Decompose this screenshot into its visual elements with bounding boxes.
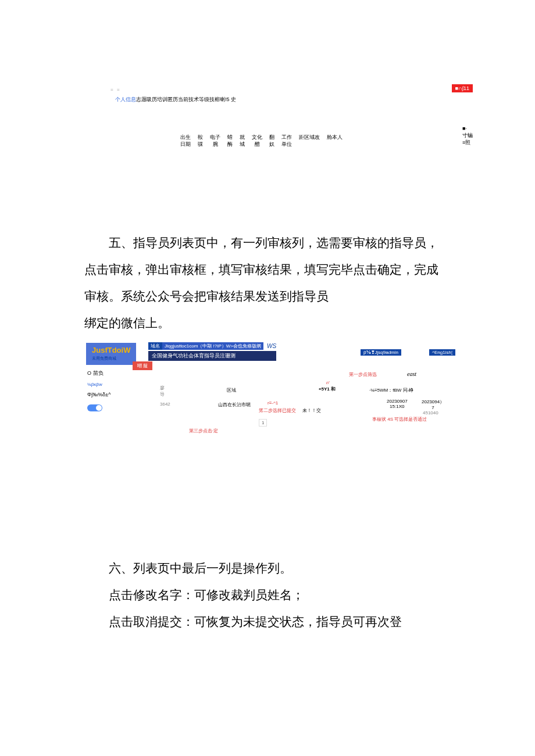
col-4: 就 城 <box>240 134 245 148</box>
step2-note: 笫二步选择已提交 <box>259 407 296 414</box>
sidebar-item-3[interactable]: Φj‰%δ±^ <box>87 392 152 397</box>
step1-note: 第一步点筛选 <box>349 371 377 378</box>
domain-tag: 域名 <box>148 342 162 350</box>
not-submitted: 未！！交 <box>302 407 321 414</box>
p5-line1: 五、指导员列表页中，有一列审核列，选需要审核的指导员， <box>84 230 451 256</box>
col-birthdate: 出生 日期 <box>180 134 191 148</box>
r-red-2: r≡-^1 <box>268 400 278 406</box>
region-header: 区域 <box>227 387 236 393</box>
top-red-button[interactable]: ■∩∫11 <box>452 84 473 92</box>
section-6-text: 六、列表页中最后一列是操作列。 点击修改名字：可修改裁判员姓名； 点击取消提交：… <box>84 555 451 635</box>
col-1: 鞍 骒 <box>198 134 203 148</box>
p6-line2: 点击修改名字：可修改裁判员姓名； <box>84 582 451 608</box>
col-edu: 文化 醴 <box>252 134 262 148</box>
date2: 2023094） 7 <box>422 399 444 410</box>
refresh-button[interactable]: 嘲 菔 <box>133 361 152 370</box>
date1: 20230907 15:1X0 <box>387 399 408 409</box>
col-region: 距区域改 <box>299 134 320 148</box>
cell-number-header: 廖 导 <box>160 385 165 397</box>
date2b: 451040 <box>423 410 438 415</box>
p6-line3: 点击取消提交：可恢复为未提交状态，指导员可再次登 <box>84 608 451 635</box>
logo-main: JusfTdoiW <box>92 346 130 354</box>
sidebar: O 苗负 嘲 菔 ⅛βκβw Φj‰%δ±^ <box>87 370 152 411</box>
p5-line3: 审核。系统公众号会把审核结果发送到指导员 <box>84 283 451 310</box>
sidebar-item-2[interactable]: ⅛βκβw <box>87 382 152 387</box>
audit-status-note: 事核状 4S 可选择是否通过 <box>372 416 427 422</box>
p5-line4: 绑定的微信上。 <box>84 310 451 336</box>
sidebar-item-home[interactable]: O 苗负 <box>87 370 104 377</box>
col-self: 舱本人 <box>327 134 343 148</box>
sidebar-toggle[interactable] <box>87 404 102 411</box>
pager: 1 <box>259 419 267 427</box>
tab-row: 个人信息志愿吸历培训匿历当前技术等级技榕喇!5 史 <box>115 96 236 103</box>
hamburger-icon: = = <box>110 87 121 92</box>
col-3: 蜡 酶 <box>227 134 233 148</box>
english-toggle[interactable]: ^Eng1ish¦ <box>429 349 455 356</box>
ws-label: WS <box>267 343 276 349</box>
banner-title: 全国健身气功社会体育指导员注珊测 <box>148 351 276 361</box>
region-value: 山西在长治市嗯 <box>218 402 251 408</box>
right-col-photo: ■· 寸蝙 ≡照 <box>462 125 473 146</box>
wmfbw: ·⅛≡5WM：fBW 冋-峥 <box>369 387 413 393</box>
logo-sub: 未用免费商城 <box>92 354 130 363</box>
topbar: 域名 Jiqgjusttoc1com（中期 !?IP）W>会也免修版纲 WS 全… <box>148 342 276 361</box>
p5-line2: 点击审核，弹出审核框，填写审核结果，填写完毕点击确定，完成 <box>84 256 451 283</box>
search-east[interactable]: east <box>407 371 416 377</box>
col-6: 翻 奴 <box>269 134 274 148</box>
logo: JusfTdoiW 未用免费商城 <box>86 343 136 365</box>
tab-personal-info[interactable]: 个人信息 <box>115 96 136 102</box>
p6-line1: 六、列表页中最后一列是操作列。 <box>84 555 451 582</box>
admin-badge[interactable]: β⅓❣Jjsq9admin <box>361 349 401 356</box>
screenshot-2: JusfTdoiW 未用免费商城 域名 Jiqgjusttoc1com（中期 !… <box>84 341 456 454</box>
column-headers: 出生 日期 鞍 骒 电子 腕 蜡 酶 就 城 文化 醴 翻 奴 工作 单位 距区… <box>180 134 343 148</box>
step3-note: 第三步点击·定 <box>189 428 218 434</box>
col-email: 电子 腕 <box>210 134 220 148</box>
screenshot-1: = = ■∩∫11 个人信息志愿吸历培训匿历当前技术等级技榕喇!5 史 出生 日… <box>110 87 471 157</box>
rl-red: r/ <box>326 380 329 385</box>
tab-other[interactable]: 志愿吸历培训匿历当前技术等级技榕喇!5 史 <box>136 96 236 102</box>
col-workunit: 工作 单位 <box>281 134 292 148</box>
domain-value: Jiqgjusttoc1com（中期 !?IP）W>会也免修版纲 <box>162 342 263 350</box>
cell-number-value: 3642 <box>160 402 170 407</box>
section-5-text: 五、指导员列表页中，有一列审核列，选需要审核的指导员， 点击审核，弹出审核框，填… <box>84 230 451 336</box>
page-1[interactable]: 1 <box>259 419 267 427</box>
cell-5y1: «5Y1 和 <box>319 386 336 392</box>
